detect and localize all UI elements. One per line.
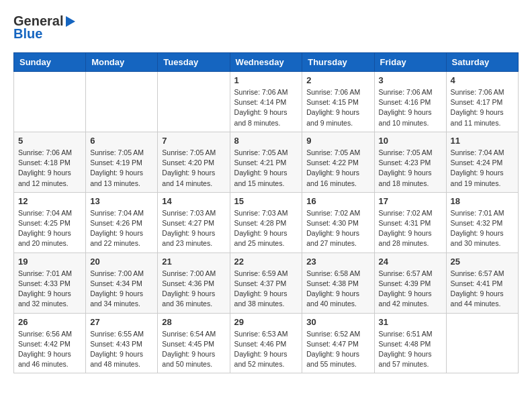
cell-info-text: Sunrise: 7:05 AMSunset: 4:20 PMDaylight:… bbox=[162, 148, 225, 189]
logo-blue-text: Blue bbox=[13, 26, 42, 42]
calendar-week-row: 19Sunrise: 7:01 AMSunset: 4:33 PMDayligh… bbox=[14, 253, 519, 313]
weekday-header: Tuesday bbox=[158, 53, 230, 72]
calendar-cell: 28Sunrise: 6:54 AMSunset: 4:45 PMDayligh… bbox=[158, 313, 230, 373]
calendar-cell: 23Sunrise: 6:58 AMSunset: 4:38 PMDayligh… bbox=[302, 253, 374, 313]
weekday-header: Wednesday bbox=[230, 53, 302, 72]
cell-day-number: 23 bbox=[306, 257, 369, 267]
cell-info-text: Sunrise: 7:06 AMSunset: 4:18 PMDaylight:… bbox=[18, 148, 81, 189]
calendar-cell: 7Sunrise: 7:05 AMSunset: 4:20 PMDaylight… bbox=[158, 132, 230, 192]
cell-info-text: Sunrise: 7:00 AMSunset: 4:34 PMDaylight:… bbox=[90, 269, 153, 310]
cell-info-text: Sunrise: 7:01 AMSunset: 4:32 PMDaylight:… bbox=[451, 208, 514, 249]
calendar-table: SundayMondayTuesdayWednesdayThursdayFrid… bbox=[13, 52, 519, 373]
calendar-cell: 13Sunrise: 7:04 AMSunset: 4:26 PMDayligh… bbox=[86, 192, 158, 253]
cell-day-number: 30 bbox=[306, 317, 369, 327]
cell-info-text: Sunrise: 6:58 AMSunset: 4:38 PMDaylight:… bbox=[306, 269, 369, 310]
cell-info-text: Sunrise: 7:06 AMSunset: 4:16 PMDaylight:… bbox=[379, 87, 442, 128]
cell-info-text: Sunrise: 7:00 AMSunset: 4:36 PMDaylight:… bbox=[162, 269, 225, 310]
calendar-cell bbox=[14, 72, 86, 132]
calendar-cell: 14Sunrise: 7:03 AMSunset: 4:27 PMDayligh… bbox=[158, 192, 230, 253]
cell-info-text: Sunrise: 7:06 AMSunset: 4:17 PMDaylight:… bbox=[451, 87, 514, 128]
cell-day-number: 8 bbox=[234, 136, 298, 146]
calendar-cell: 10Sunrise: 7:05 AMSunset: 4:23 PMDayligh… bbox=[374, 132, 446, 192]
cell-day-number: 22 bbox=[234, 257, 298, 267]
cell-info-text: Sunrise: 6:57 AMSunset: 4:39 PMDaylight:… bbox=[379, 269, 442, 310]
calendar-cell bbox=[86, 72, 158, 132]
cell-day-number: 16 bbox=[306, 196, 369, 206]
calendar-cell: 24Sunrise: 6:57 AMSunset: 4:39 PMDayligh… bbox=[374, 253, 446, 313]
cell-info-text: Sunrise: 7:03 AMSunset: 4:27 PMDaylight:… bbox=[162, 208, 225, 249]
page-header: General Blue bbox=[13, 13, 519, 42]
calendar-cell: 3Sunrise: 7:06 AMSunset: 4:16 PMDaylight… bbox=[374, 72, 446, 132]
calendar-week-row: 1Sunrise: 7:06 AMSunset: 4:14 PMDaylight… bbox=[14, 72, 519, 132]
logo: General Blue bbox=[13, 13, 75, 42]
cell-day-number: 24 bbox=[379, 257, 442, 267]
cell-day-number: 17 bbox=[379, 196, 442, 206]
cell-day-number: 27 bbox=[90, 317, 153, 327]
calendar-cell: 31Sunrise: 6:51 AMSunset: 4:48 PMDayligh… bbox=[374, 313, 446, 373]
cell-info-text: Sunrise: 7:06 AMSunset: 4:15 PMDaylight:… bbox=[306, 87, 369, 128]
cell-day-number: 31 bbox=[379, 317, 442, 327]
calendar-cell: 15Sunrise: 7:03 AMSunset: 4:28 PMDayligh… bbox=[230, 192, 302, 253]
calendar-cell: 17Sunrise: 7:02 AMSunset: 4:31 PMDayligh… bbox=[374, 192, 446, 253]
cell-day-number: 20 bbox=[90, 257, 153, 267]
cell-info-text: Sunrise: 6:54 AMSunset: 4:45 PMDaylight:… bbox=[162, 329, 225, 370]
calendar-cell: 9Sunrise: 7:05 AMSunset: 4:22 PMDaylight… bbox=[302, 132, 374, 192]
calendar-cell: 2Sunrise: 7:06 AMSunset: 4:15 PMDaylight… bbox=[302, 72, 374, 132]
cell-info-text: Sunrise: 7:03 AMSunset: 4:28 PMDaylight:… bbox=[234, 208, 298, 249]
logo-arrow-icon bbox=[66, 16, 75, 27]
cell-info-text: Sunrise: 7:06 AMSunset: 4:14 PMDaylight:… bbox=[234, 87, 298, 128]
cell-info-text: Sunrise: 7:02 AMSunset: 4:30 PMDaylight:… bbox=[306, 208, 369, 249]
calendar-cell: 26Sunrise: 6:56 AMSunset: 4:42 PMDayligh… bbox=[14, 313, 86, 373]
cell-day-number: 12 bbox=[18, 196, 81, 206]
weekday-header: Saturday bbox=[446, 53, 518, 72]
weekday-header-row: SundayMondayTuesdayWednesdayThursdayFrid… bbox=[14, 53, 519, 72]
cell-day-number: 26 bbox=[18, 317, 81, 327]
cell-info-text: Sunrise: 7:05 AMSunset: 4:21 PMDaylight:… bbox=[234, 148, 298, 189]
cell-day-number: 21 bbox=[162, 257, 225, 267]
cell-info-text: Sunrise: 7:02 AMSunset: 4:31 PMDaylight:… bbox=[379, 208, 442, 249]
calendar-cell bbox=[158, 72, 230, 132]
cell-day-number: 18 bbox=[451, 196, 514, 206]
cell-info-text: Sunrise: 7:05 AMSunset: 4:23 PMDaylight:… bbox=[379, 148, 442, 189]
calendar-week-row: 5Sunrise: 7:06 AMSunset: 4:18 PMDaylight… bbox=[14, 132, 519, 192]
calendar-cell: 16Sunrise: 7:02 AMSunset: 4:30 PMDayligh… bbox=[302, 192, 374, 253]
calendar-cell: 4Sunrise: 7:06 AMSunset: 4:17 PMDaylight… bbox=[446, 72, 518, 132]
calendar-cell: 18Sunrise: 7:01 AMSunset: 4:32 PMDayligh… bbox=[446, 192, 518, 253]
cell-day-number: 4 bbox=[451, 75, 514, 85]
cell-info-text: Sunrise: 7:04 AMSunset: 4:24 PMDaylight:… bbox=[451, 148, 514, 189]
cell-info-text: Sunrise: 7:05 AMSunset: 4:22 PMDaylight:… bbox=[306, 148, 369, 189]
cell-day-number: 28 bbox=[162, 317, 225, 327]
cell-info-text: Sunrise: 6:56 AMSunset: 4:42 PMDaylight:… bbox=[18, 329, 81, 370]
calendar-cell: 6Sunrise: 7:05 AMSunset: 4:19 PMDaylight… bbox=[86, 132, 158, 192]
cell-day-number: 3 bbox=[379, 75, 442, 85]
cell-day-number: 14 bbox=[162, 196, 225, 206]
cell-day-number: 11 bbox=[451, 136, 514, 146]
calendar-week-row: 26Sunrise: 6:56 AMSunset: 4:42 PMDayligh… bbox=[14, 313, 519, 373]
cell-info-text: Sunrise: 6:55 AMSunset: 4:43 PMDaylight:… bbox=[90, 329, 153, 370]
calendar-cell: 8Sunrise: 7:05 AMSunset: 4:21 PMDaylight… bbox=[230, 132, 302, 192]
weekday-header: Monday bbox=[86, 53, 158, 72]
cell-day-number: 5 bbox=[18, 136, 81, 146]
calendar-cell: 25Sunrise: 6:57 AMSunset: 4:41 PMDayligh… bbox=[446, 253, 518, 313]
cell-day-number: 9 bbox=[306, 136, 369, 146]
weekday-header: Friday bbox=[374, 53, 446, 72]
calendar-cell: 19Sunrise: 7:01 AMSunset: 4:33 PMDayligh… bbox=[14, 253, 86, 313]
calendar-cell: 27Sunrise: 6:55 AMSunset: 4:43 PMDayligh… bbox=[86, 313, 158, 373]
cell-info-text: Sunrise: 6:52 AMSunset: 4:47 PMDaylight:… bbox=[306, 329, 369, 370]
calendar-cell: 1Sunrise: 7:06 AMSunset: 4:14 PMDaylight… bbox=[230, 72, 302, 132]
cell-day-number: 19 bbox=[18, 257, 81, 267]
cell-day-number: 2 bbox=[306, 75, 369, 85]
weekday-header: Thursday bbox=[302, 53, 374, 72]
cell-day-number: 29 bbox=[234, 317, 298, 327]
cell-info-text: Sunrise: 6:51 AMSunset: 4:48 PMDaylight:… bbox=[379, 329, 442, 370]
cell-day-number: 15 bbox=[234, 196, 298, 206]
cell-info-text: Sunrise: 6:59 AMSunset: 4:37 PMDaylight:… bbox=[234, 269, 298, 310]
cell-info-text: Sunrise: 6:57 AMSunset: 4:41 PMDaylight:… bbox=[451, 269, 514, 310]
calendar-cell: 5Sunrise: 7:06 AMSunset: 4:18 PMDaylight… bbox=[14, 132, 86, 192]
calendar-cell: 11Sunrise: 7:04 AMSunset: 4:24 PMDayligh… bbox=[446, 132, 518, 192]
calendar-cell bbox=[446, 313, 518, 373]
cell-info-text: Sunrise: 7:04 AMSunset: 4:26 PMDaylight:… bbox=[90, 208, 153, 249]
calendar-cell: 20Sunrise: 7:00 AMSunset: 4:34 PMDayligh… bbox=[86, 253, 158, 313]
calendar-week-row: 12Sunrise: 7:04 AMSunset: 4:25 PMDayligh… bbox=[14, 192, 519, 253]
calendar-cell: 22Sunrise: 6:59 AMSunset: 4:37 PMDayligh… bbox=[230, 253, 302, 313]
